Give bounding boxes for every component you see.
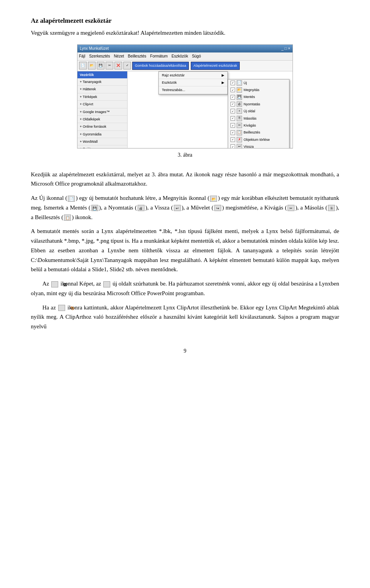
figure-container: Lynx Munkafüzet _ □ × Fájl Szerkesztés N… (31, 44, 339, 166)
icon-kep-insert: 🖼 (51, 281, 58, 287)
icon-mentes: 💾 (91, 205, 98, 211)
page-title: Az alapértelmezett eszköztár (31, 15, 339, 26)
chk-beillesztes: ✓ 📋 Beillesztés (228, 129, 289, 136)
sidebar-oldalak: + Oldalképek (77, 116, 127, 123)
menu-formatum: Formátum (150, 53, 168, 59)
sim-subdropdown-menu: ✓ 📄 Új ✓ 📂 Megnyitás ✓ 💾 (228, 79, 289, 149)
menu-nezet: Nézet (114, 53, 124, 59)
toolbar-btn-2: 📂 (88, 62, 96, 69)
sim-sidebar: Vezérlők + Tananyagok + Hátterek + Térké… (77, 71, 128, 148)
icon-nyomtatas: 🖨 (138, 205, 145, 211)
menu-sugo: Súgó (192, 53, 201, 59)
sim-titlebar: Lynx Munkafüzet _ □ × (77, 45, 293, 52)
toolbar-active-btn: Alapértelmezett eszköztárak (191, 62, 240, 69)
chk-objektum: ✓ ✗ Objektum törlése (228, 136, 289, 143)
toolbar-dropdown-btn: Gombok hozzáadása/eltávolítása (132, 62, 189, 69)
paragraph-1: Kezdjük az alapértelmezett eszköztárral,… (31, 170, 339, 189)
menu-beillesztes: Beillesztés (128, 53, 146, 59)
chk-mentes: ✓ 💾 Mentés (228, 93, 289, 100)
toolbar-btn-4: ✂ (106, 62, 113, 69)
subtitle-text: Vegyük szemügyre a megjelenő eszköztárak… (31, 28, 339, 37)
page-number: 9 (31, 347, 339, 355)
chk-ujoldal: ✓ + Új oldal (228, 108, 289, 115)
sidebar-online: + Online források (77, 123, 127, 130)
icon-clipart-insert: 🎨 (58, 305, 65, 311)
sidebar-wordwall: + WordWall (77, 138, 127, 145)
sim-toolbar: 📄 📂 💾 ✂ ❌ ✓ Gombok hozzáadása/eltávolítá… (77, 61, 293, 71)
sidebar-tananyagok: + Tananyagok (77, 78, 127, 86)
sidebar-terkepek: + Térképek (77, 93, 127, 101)
chk-vissza: ✓ ↩ Vissza (228, 143, 289, 149)
screenshot-image: Lynx Munkafüzet _ □ × Fájl Szerkesztés N… (77, 44, 293, 149)
sim-window-controls: _ □ × (281, 46, 290, 52)
toolbar-btn-5: ❌ (114, 62, 122, 69)
dropdown-item-rajz: Rajz eszköztár▶ (159, 72, 227, 79)
sidebar-hatterek: + Hátterek (77, 86, 127, 93)
chk-nyomtatas: ✓ 🖨 Nyomtatás (228, 101, 289, 108)
paragraph-2: Az Új ikonnal (📄) egy új bemutatót hozha… (31, 193, 339, 222)
chk-kivagas: ✓ ✂ Kivágás (228, 122, 289, 129)
icon-ujoldal-insert: + (103, 281, 110, 287)
sidebar-clipart: + ClipArt (77, 101, 127, 108)
paragraph-4: Az 🖼 ikonnal Képet, az + új oldalt szúrh… (31, 279, 339, 298)
icon-uj: 📄 (68, 196, 75, 202)
dropdown-item-testreszabas: Testreszabás... (159, 86, 227, 94)
paragraph-3: A bemutatót mentés során a Lynx alapérte… (31, 226, 339, 274)
sim-dropdown-menu: Rajz eszköztár▶ Eszközök▶ Testreszabás..… (158, 71, 228, 95)
menu-eszkozok: Eszközök (172, 53, 188, 59)
sim-window-title: Lynx Munkafüzet (80, 46, 109, 52)
icon-megnyitas: 📂 (210, 196, 217, 202)
toolbar-btn-3: 💾 (97, 62, 104, 69)
menu-fajl: Fájl (79, 53, 85, 59)
sim-main-content: Vezérlők + Tananyagok + Hátterek + Térké… (77, 71, 293, 148)
figure-caption: 3. ábra (178, 151, 192, 159)
sim-main-area: Rajz eszköztár▶ Eszközök▶ Testreszabás..… (128, 71, 293, 148)
icon-muvelet: ↪ (214, 205, 221, 211)
sidebar-google: + Google Images™ (77, 108, 127, 116)
chk-masolas: ✓ ⎘ Másolás (228, 115, 289, 122)
menu-szerkesztes: Szerkesztés (89, 53, 110, 59)
sim-menubar: Fájl Szerkesztés Nézet Beillesztés Formá… (77, 52, 293, 61)
sidebar-gyorsmedia: + Gyorsmádia (77, 131, 127, 138)
dropdown-item-eszkozok: Eszközök▶ (159, 79, 227, 86)
chk-megnyitas: ✓ 📂 Megnyitás (228, 86, 289, 93)
toolbar-btn-6: ✓ (123, 62, 131, 69)
chk-uj: ✓ 📄 Új (228, 79, 289, 86)
icon-kivagas: ✂ (288, 205, 294, 211)
icon-masolas: ⎘ (328, 205, 335, 211)
sidebar-header: Vezérlők (77, 71, 127, 78)
icon-beillesztes: 📋 (64, 215, 71, 221)
office-word: Office (55, 181, 70, 187)
icon-vissza: ↩ (174, 205, 181, 211)
paragraph-5: Ha az 🎨 ikonra kattintunk, akkor Alapért… (31, 303, 339, 331)
sidebar-sajat: + Saját mappa (77, 145, 127, 149)
toolbar-btn-1: 📄 (79, 62, 87, 69)
